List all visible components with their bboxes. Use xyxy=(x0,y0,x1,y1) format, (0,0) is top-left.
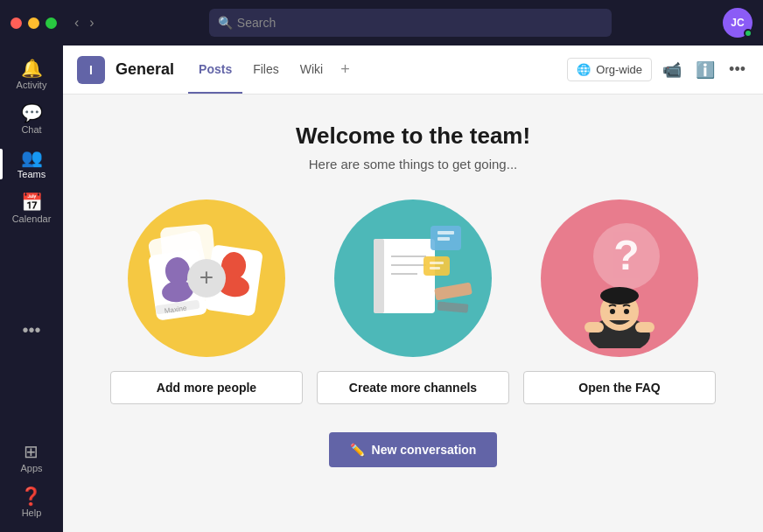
svg-rect-13 xyxy=(374,239,384,313)
more-icon: ••• xyxy=(22,321,40,339)
svg-rect-23 xyxy=(434,282,472,300)
open-faq-card: ? xyxy=(523,200,716,404)
create-channels-card: Create more channels xyxy=(317,200,509,404)
apps-icon: ⊞ xyxy=(24,443,38,460)
svg-rect-32 xyxy=(584,322,604,332)
sidebar-item-apps[interactable]: ⊞ Apps xyxy=(20,436,42,480)
activity-icon: 🔔 xyxy=(21,60,43,77)
sidebar-item-chat[interactable]: 💬 Chat xyxy=(0,97,63,142)
avatar-container: JC xyxy=(723,8,752,38)
svg-rect-22 xyxy=(430,267,440,270)
create-channels-image xyxy=(334,200,492,357)
chat-icon: 💬 xyxy=(21,104,43,122)
svg-rect-20 xyxy=(424,256,450,276)
forward-button[interactable]: › xyxy=(86,13,97,32)
tab-wiki[interactable]: Wiki xyxy=(290,46,333,94)
sidebar-item-teams[interactable]: 👥 Teams xyxy=(0,142,63,186)
add-people-image: + Maxine xyxy=(128,200,285,357)
cards-row: + Maxine Add more people xyxy=(110,200,716,404)
welcome-title: Welcome to the team! xyxy=(296,122,530,150)
content-area: I General Posts Files Wiki + 🌐 xyxy=(63,46,763,532)
svg-rect-33 xyxy=(635,322,654,332)
sidebar: 🔔 Activity 💬 Chat 👥 Teams 📅 Calendar •••… xyxy=(0,46,63,532)
traffic-lights xyxy=(10,18,57,29)
channel-tabs: Posts Files Wiki + xyxy=(188,46,357,94)
channel-icon: I xyxy=(77,56,105,84)
sidebar-item-more[interactable]: ••• xyxy=(0,314,63,346)
sidebar-item-help[interactable]: ❓ Help xyxy=(20,480,42,525)
video-button[interactable]: 📹 xyxy=(659,57,685,83)
help-icon: ❓ xyxy=(20,487,42,505)
channel-header: I General Posts Files Wiki + 🌐 xyxy=(63,46,763,94)
open-faq-image: ? xyxy=(541,200,698,357)
svg-point-31 xyxy=(624,309,629,314)
globe-icon: 🌐 xyxy=(577,63,591,76)
sidebar-item-calendar[interactable]: 📅 Calendar xyxy=(0,186,63,231)
maximize-button[interactable] xyxy=(46,18,57,29)
welcome-content: Welcome to the team! Here are some thing… xyxy=(63,94,763,532)
add-people-card: + Maxine Add more people xyxy=(110,200,303,404)
info-button[interactable]: ℹ️ xyxy=(692,57,718,83)
svg-text:?: ? xyxy=(613,232,639,278)
minimize-button[interactable] xyxy=(28,18,39,29)
nav-arrows: ‹ › xyxy=(71,13,98,32)
add-tab-button[interactable]: + xyxy=(333,46,357,94)
search-input[interactable] xyxy=(209,9,612,37)
main-layout: 🔔 Activity 💬 Chat 👥 Teams 📅 Calendar •••… xyxy=(0,46,763,532)
search-container: 🔍 xyxy=(108,9,712,37)
tab-posts[interactable]: Posts xyxy=(188,46,242,94)
channel-name: General xyxy=(116,60,174,79)
svg-rect-19 xyxy=(438,237,450,241)
sidebar-bottom: ⊞ Apps ❓ Help xyxy=(20,436,42,525)
more-options-button[interactable]: ••• xyxy=(725,57,749,82)
open-faq-button[interactable]: Open the FAQ xyxy=(523,371,716,404)
svg-point-29 xyxy=(600,287,639,304)
avatar-status-badge xyxy=(744,29,752,38)
add-people-button[interactable]: Add more people xyxy=(110,371,303,404)
svg-point-30 xyxy=(610,309,615,314)
search-wrapper: 🔍 xyxy=(209,9,612,37)
close-button[interactable] xyxy=(10,18,22,29)
teams-icon: 👥 xyxy=(21,149,43,166)
title-bar: ‹ › 🔍 JC xyxy=(0,0,763,46)
create-channels-button[interactable]: Create more channels xyxy=(317,371,509,404)
new-conversation-button[interactable]: ✏️ New conversation xyxy=(329,432,498,467)
svg-text:+: + xyxy=(200,263,214,290)
svg-rect-24 xyxy=(438,302,469,313)
welcome-subtitle: Here are some things to get going... xyxy=(309,157,517,172)
compose-icon: ✏️ xyxy=(350,443,365,457)
calendar-icon: 📅 xyxy=(21,193,43,211)
org-wide-button[interactable]: 🌐 Org-wide xyxy=(567,58,652,81)
svg-rect-21 xyxy=(430,262,444,264)
svg-rect-18 xyxy=(438,231,454,234)
tab-files[interactable]: Files xyxy=(242,46,290,94)
sidebar-item-activity[interactable]: 🔔 Activity xyxy=(0,52,63,97)
channel-actions: 🌐 Org-wide 📹 ℹ️ ••• xyxy=(567,57,749,83)
back-button[interactable]: ‹ xyxy=(71,13,82,32)
search-icon: 🔍 xyxy=(218,16,233,30)
